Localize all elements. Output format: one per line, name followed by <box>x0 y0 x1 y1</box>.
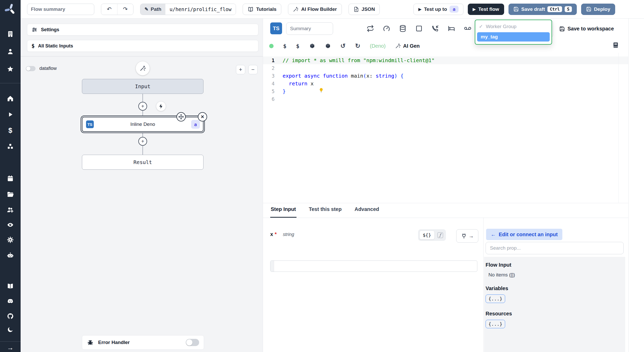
error-handler-label: Error Handler <box>98 340 130 345</box>
sidebar-item-discord[interactable] <box>7 298 14 305</box>
trigger-button[interactable] <box>156 101 166 111</box>
json-button[interactable]: JSON <box>349 4 380 15</box>
sidebar-item-settings[interactable] <box>7 236 14 243</box>
sidebar-item-variables[interactable]: $ <box>7 127 14 134</box>
move-step-button[interactable] <box>176 112 186 121</box>
sidebar-item-workers[interactable] <box>7 252 14 259</box>
flow-node-input[interactable]: Input <box>82 79 204 94</box>
add-step-button[interactable]: + <box>138 137 147 146</box>
cube-icon <box>325 43 331 49</box>
resources-expand-chip[interactable]: {...} <box>486 320 505 328</box>
flow-settings-button[interactable]: Settings <box>27 24 258 36</box>
path-label: ✎ Path <box>140 4 165 15</box>
sidebar-item-user[interactable] <box>7 48 14 55</box>
dataflow-label: dataflow <box>39 66 57 71</box>
path-control[interactable]: ✎ Path u/henri/prolific_flow <box>140 4 236 15</box>
deploy-button[interactable]: Deploy <box>581 4 615 15</box>
undo-button[interactable]: ↶ <box>101 4 117 15</box>
main-area: Settings $ All Static Inputs dataflow + … <box>21 19 644 352</box>
worker-group-dropdown-header[interactable]: ✓ Worker Group <box>475 21 552 32</box>
editor-scrollbar[interactable] <box>618 53 619 203</box>
sidebar-item-audit[interactable] <box>7 221 14 228</box>
suspend-phone-incoming-icon[interactable] <box>431 25 439 32</box>
tab-advanced[interactable]: Advanced <box>354 206 380 218</box>
redo-button[interactable]: ↷ <box>117 4 133 15</box>
mock-voicemail-icon[interactable] <box>464 25 471 32</box>
cache-database-icon[interactable] <box>399 25 406 32</box>
sidebar-item-groups[interactable] <box>7 206 14 214</box>
edit-or-connect-button[interactable]: ← Edit or connect an input <box>486 229 562 240</box>
sidebar: $ <box>0 0 21 352</box>
refresh-icon[interactable]: ↻ <box>355 43 360 49</box>
timeout-gauge-icon[interactable] <box>383 25 390 32</box>
save-to-workspace-button[interactable]: Save to workspace <box>559 26 614 32</box>
zoom-out-button[interactable]: − <box>248 65 258 74</box>
step-tabs: Step Input Test this step Advanced <box>263 203 628 218</box>
line-number: 4 <box>263 80 275 87</box>
flow-node-inline-deno[interactable]: TS Inline Deno a <box>82 117 204 132</box>
retries-repeat-icon[interactable] <box>367 25 374 32</box>
error-handler-toggle[interactable] <box>186 339 199 346</box>
sidebar-item-workspace[interactable] <box>7 30 14 38</box>
sidebar-expand[interactable]: → <box>7 344 14 351</box>
test-up-to-button[interactable]: ▶ Test up to a <box>413 4 463 15</box>
variables-expand-chip[interactable]: {...} <box>486 294 505 303</box>
code-editor[interactable]: 1 // import * as wmill from "npm:windmil… <box>263 53 628 203</box>
dollar-icon[interactable]: $ <box>296 43 299 49</box>
tutorials-button[interactable]: Tutorials <box>243 4 282 15</box>
box-icon[interactable] <box>309 43 315 49</box>
redo-icon: ↷ <box>123 6 128 13</box>
test-flow-button[interactable]: ▶ Test flow <box>468 4 504 15</box>
connect-input-button[interactable]: → <box>456 229 478 243</box>
tab-test-this-step[interactable]: Test this step <box>308 206 342 218</box>
error-handler-row[interactable]: Error Handler <box>82 335 204 350</box>
variables-title: Variables <box>486 285 625 291</box>
sidebar-divider <box>0 341 21 342</box>
library-button[interactable] <box>612 42 619 48</box>
early-stop-square-icon[interactable] <box>415 25 423 32</box>
dollar-icon[interactable]: $ <box>283 43 286 49</box>
code-line: 2 <box>263 64 628 72</box>
sidebar-item-github[interactable] <box>7 313 14 320</box>
all-static-inputs-button[interactable]: $ All Static Inputs <box>27 40 258 52</box>
sidebar-item-resources[interactable] <box>7 143 14 150</box>
plug-icon <box>461 233 467 239</box>
sidebar-item-schedules[interactable] <box>7 175 14 182</box>
ai-wand-button[interactable] <box>136 61 150 75</box>
windmill-logo[interactable] <box>4 3 17 16</box>
sidebar-item-runs[interactable] <box>7 111 14 118</box>
ai-flow-builder-button[interactable]: AI Flow Builder <box>288 4 342 15</box>
tab-step-input[interactable]: Step Input <box>270 206 296 218</box>
zoom-in-button[interactable]: + <box>236 65 245 74</box>
sidebar-item-folders[interactable] <box>7 191 14 198</box>
flow-summary-input[interactable] <box>27 4 94 15</box>
folder-icon <box>7 191 14 198</box>
save-draft-button[interactable]: Save draft Ctrl S <box>509 4 577 15</box>
sidebar-item-dark-mode[interactable] <box>7 326 14 333</box>
sleep-bed-icon[interactable] <box>448 25 455 32</box>
sidebar-item-favorites[interactable] <box>7 66 14 73</box>
pencil-icon: ✎ <box>145 6 148 12</box>
field-type: string <box>283 232 294 237</box>
fn-mode-button[interactable]: ƒ <box>436 231 445 240</box>
kbd-ctrl: Ctrl <box>547 6 562 12</box>
search-prop-input[interactable] <box>486 242 624 254</box>
worker-group-option-selected[interactable]: my_tag <box>477 32 550 42</box>
dataflow-toggle[interactable] <box>26 66 36 71</box>
sidebar-item-docs[interactable] <box>7 283 14 290</box>
box-icon[interactable] <box>325 43 331 49</box>
field-value-input[interactable] <box>274 261 477 272</box>
code-line: 5 } <box>263 87 628 95</box>
flow-node-result[interactable]: Result <box>82 155 204 170</box>
delete-step-button[interactable]: × <box>198 112 207 121</box>
discord-icon <box>7 298 14 305</box>
ai-gen-button[interactable]: AI Gen <box>395 43 420 49</box>
step-input-form: x* string ${} ƒ → <box>263 218 483 352</box>
add-step-button[interactable]: + <box>138 102 147 111</box>
plus-icon: + <box>141 138 144 144</box>
step-summary-input[interactable] <box>286 22 333 35</box>
line-number: 6 <box>263 95 275 103</box>
expr-mode-button[interactable]: ${} <box>419 231 435 240</box>
history-icon[interactable]: ↺ <box>341 43 346 49</box>
sidebar-item-home[interactable] <box>7 95 14 102</box>
